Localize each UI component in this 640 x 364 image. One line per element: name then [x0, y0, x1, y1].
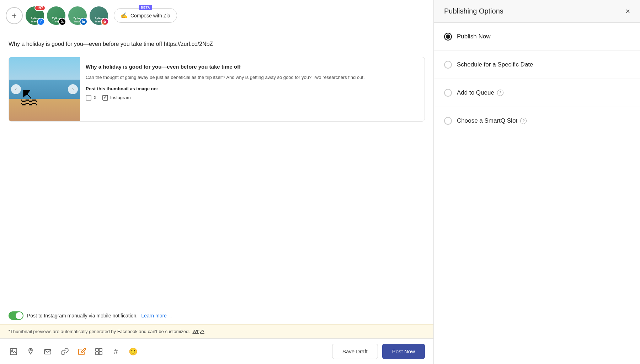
option-add-queue[interactable]: Add to Queue ?	[434, 79, 640, 107]
preview-title: Why a holiday is good for you—even befor…	[86, 63, 419, 70]
account-avatar-twitter[interactable]: ZylkerTravel 𝕏	[47, 6, 65, 25]
option-publish-now[interactable]: Publish Now	[434, 23, 640, 51]
preview-content: Why a holiday is good for you—even befor…	[80, 57, 425, 121]
smartq-help-icon[interactable]: ?	[520, 118, 527, 124]
svg-rect-5	[99, 348, 102, 351]
toggle-thumb	[16, 312, 23, 319]
toolbar-icons: # 🙂	[9, 347, 332, 357]
grid-icon[interactable]	[94, 347, 104, 357]
instagram-badge: ✿	[101, 18, 109, 26]
account-avatar-instagram[interactable]: ZylkerTravel ✿	[90, 6, 108, 25]
preview-image: 🏖 ‹ ›	[9, 57, 80, 121]
twitter-badge: 𝕏	[58, 18, 66, 26]
account-avatar-linkedin[interactable]: ZylkerTravel in	[68, 6, 87, 25]
location-icon[interactable]	[26, 347, 36, 357]
option-add-queue-label: Add to Queue ?	[457, 89, 503, 96]
option-schedule[interactable]: Schedule for a Specific Date	[434, 51, 640, 79]
add-queue-help-icon[interactable]: ?	[497, 90, 503, 96]
bottom-toolbar: # 🙂 Save Draft Post Now	[0, 338, 433, 364]
bottom-actions: Save Draft Post Now	[332, 344, 425, 359]
thumbnail-checkbox-instagram[interactable]	[102, 95, 108, 101]
right-panel-header: Publishing Options ×	[434, 0, 640, 23]
link-icon[interactable]	[60, 347, 70, 357]
radio-smartq[interactable]	[444, 117, 452, 125]
radio-publish-now[interactable]	[444, 33, 452, 41]
preview-description: Can the thought of going away be just as…	[86, 74, 419, 81]
right-panel-title: Publishing Options	[444, 7, 503, 15]
main-layout: + ZylkerTravel 197 f ZylkerTravel �	[0, 0, 640, 364]
post-now-button[interactable]: Post Now	[382, 344, 425, 359]
thumbnail-label: Post this thumbnail as image on:	[86, 86, 419, 91]
thumbnail-option-instagram[interactable]: Instagram	[102, 95, 131, 101]
instagram-toggle[interactable]	[9, 311, 23, 320]
warning-text: *Thumbnail previews are automatically ge…	[9, 329, 190, 334]
warning-banner: *Thumbnail previews are automatically ge…	[0, 324, 433, 338]
prev-image-button[interactable]: ‹	[11, 84, 21, 94]
edit-icon[interactable]	[77, 347, 87, 357]
why-link[interactable]: Why?	[192, 329, 204, 334]
learn-more-link[interactable]: Learn more	[141, 313, 167, 318]
email-icon[interactable]	[43, 347, 53, 357]
compose-zia-button[interactable]: BETA ✍ Compose with Zia	[114, 8, 177, 23]
image-icon[interactable]	[9, 347, 18, 357]
radio-add-queue[interactable]	[444, 89, 452, 97]
account-avatar-facebook[interactable]: ZylkerTravel 197 f	[26, 6, 44, 25]
close-panel-button[interactable]: ×	[625, 7, 630, 15]
svg-point-1	[12, 350, 13, 351]
svg-rect-0	[10, 348, 17, 355]
content-area: Why a holiday is good for you—even befor…	[0, 31, 433, 307]
compose-zia-label: Compose with Zia	[130, 13, 170, 18]
thumbnail-instagram-label: Instagram	[110, 95, 131, 100]
compose-icon: ✍	[121, 12, 128, 19]
thumbnail-options: X Instagram	[86, 95, 419, 101]
thumbnail-option-x[interactable]: X	[86, 95, 97, 101]
notification-badge: 197	[34, 5, 46, 11]
instagram-toggle-row: Post to Instagram manually via mobile no…	[0, 307, 433, 324]
thumbnail-x-label: X	[94, 95, 97, 100]
top-bar: + ZylkerTravel 197 f ZylkerTravel �	[0, 0, 433, 31]
linkedin-badge: in	[80, 18, 87, 26]
instagram-notice-text: Post to Instagram manually via mobile no…	[27, 313, 138, 318]
beta-badge: BETA	[139, 5, 152, 10]
hashtag-icon[interactable]: #	[111, 347, 121, 357]
radio-schedule[interactable]	[444, 61, 452, 69]
right-panel: Publishing Options × Publish Now Schedul…	[434, 0, 640, 364]
option-smartq-label: Choose a SmartQ Slot ?	[457, 117, 527, 124]
beach-scene-icon: 🏖	[20, 87, 38, 108]
left-panel: + ZylkerTravel 197 f ZylkerTravel �	[0, 0, 434, 364]
option-smartq[interactable]: Choose a SmartQ Slot ?	[434, 107, 640, 135]
link-preview-card: 🏖 ‹ › Why a holiday is good for you—even…	[9, 57, 425, 122]
emoji-icon[interactable]: 🙂	[128, 347, 138, 357]
svg-rect-3	[44, 349, 51, 354]
svg-rect-7	[99, 352, 102, 355]
post-text[interactable]: Why a holiday is good for you—even befor…	[9, 40, 425, 48]
svg-rect-4	[96, 348, 98, 351]
option-publish-now-label: Publish Now	[457, 33, 491, 40]
publishing-options: Publish Now Schedule for a Specific Date…	[434, 23, 640, 364]
save-draft-button[interactable]: Save Draft	[332, 344, 378, 359]
add-account-button[interactable]: +	[6, 7, 23, 24]
next-image-button[interactable]: ›	[68, 84, 78, 94]
svg-rect-6	[96, 352, 98, 355]
svg-point-2	[30, 349, 31, 351]
facebook-badge: f	[37, 18, 45, 26]
thumbnail-checkbox-x[interactable]	[86, 95, 91, 101]
option-schedule-label: Schedule for a Specific Date	[457, 61, 533, 68]
